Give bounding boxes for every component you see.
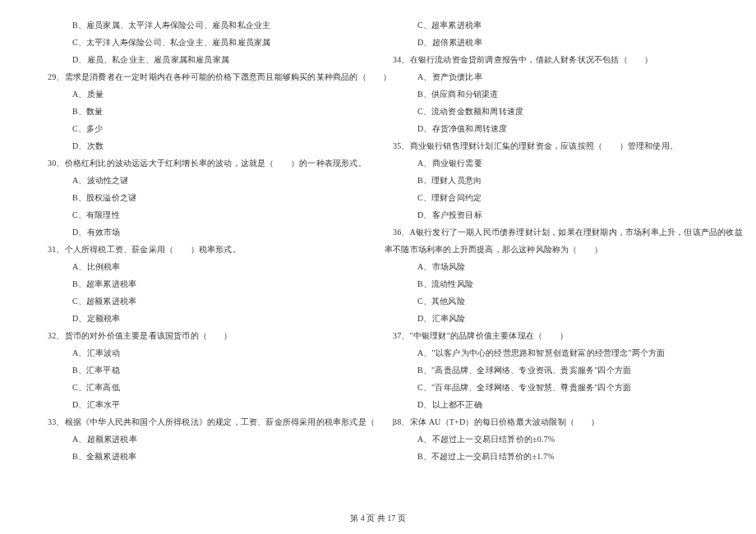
option-text: B、不超过上一交易日结算价的±1.7% xyxy=(385,448,717,465)
exam-page: B、雇员家属、太平洋人寿保险公司、雇员和私企业主 C、太平洋人寿保险公司、私企业… xyxy=(0,0,756,493)
option-text: C、"百年品牌、全球网络、专业智慧、尊贵服务"四个方面 xyxy=(385,379,717,396)
option-text: C、超率累进税率 xyxy=(385,16,717,34)
option-text: C、汇率高低 xyxy=(39,379,371,396)
option-text: D、超倍累进税率 xyxy=(385,34,717,51)
option-text: D、汇率水平 xyxy=(39,396,371,413)
question-33: 33、根据《中华人民共和国个人所得税法》的规定，工资、薪金所得采用的税率形式是（… xyxy=(39,413,371,430)
option-text: A、超额累进税率 xyxy=(39,430,371,448)
question-29: 29、需求是消费者在一定时期内在各种可能的价格下愿意而且能够购买的某种商品的（ … xyxy=(39,68,371,85)
option-text: A、市场风险 xyxy=(385,258,717,275)
option-text: B、理财人员意向 xyxy=(385,172,717,189)
option-text: D、有效市场 xyxy=(39,223,371,241)
question-36-cont: 率不随市场利率的上升而提高，那么这种风险称为（ ） xyxy=(385,241,717,258)
option-text: C、超额累进税率 xyxy=(39,292,371,310)
option-text: A、不超过上一交易日结算价的±0.7% xyxy=(385,430,717,448)
option-text: D、以上都不正确 xyxy=(385,396,717,413)
option-text: A、"以客户为中心的经营思路和智慧创造财富的经营理念"两个方面 xyxy=(385,344,717,361)
question-34: 34、在银行流动资金贷前调查报告中，借款人财务状况不包括（ ） xyxy=(385,51,717,68)
option-text: C、流动资金数额和周转速度 xyxy=(385,103,717,120)
left-column: B、雇员家属、太平洋人寿保险公司、雇员和私企业主 C、太平洋人寿保险公司、私企业… xyxy=(33,16,378,493)
question-38: 38、宋体 AU（T+D）的每日价格最大波动限制（ ） xyxy=(385,413,717,430)
option-text: A、比例税率 xyxy=(39,258,371,275)
question-30: 30、价格红利比的波动远远大于红利增长率的波动，这就是（ ）的一种表现形式。 xyxy=(39,154,371,172)
option-text: A、资产负债比率 xyxy=(385,68,717,85)
question-31: 31、个人所得税工资、薪金采用（ ）税率形式。 xyxy=(39,241,371,258)
option-text: D、汇率风险 xyxy=(385,310,717,327)
option-text: B、数量 xyxy=(39,103,371,120)
option-text: B、股权溢价之谜 xyxy=(39,189,371,206)
option-text: B、超率累进税率 xyxy=(39,275,371,292)
page-footer: 第 4 页 共 17 页 xyxy=(0,513,756,524)
option-text: C、其他风险 xyxy=(385,292,717,310)
option-text: B、雇员家属、太平洋人寿保险公司、雇员和私企业主 xyxy=(39,16,371,34)
question-32: 32、货币的对外价值主要是看该国货币的（ ） xyxy=(39,327,371,344)
option-text: D、存货净值和周转速度 xyxy=(385,120,717,137)
question-35: 35、商业银行销售理财计划汇集的理财资金，应该按照（ ）管理和使用。 xyxy=(385,137,717,154)
option-text: C、理财合同约定 xyxy=(385,189,717,206)
option-text: A、质量 xyxy=(39,85,371,103)
option-text: C、多少 xyxy=(39,120,371,137)
option-text: D、定额税率 xyxy=(39,310,371,327)
option-text: A、商业银行需要 xyxy=(385,154,717,172)
option-text: B、"高贵品牌、全球网络、专业资讯、贵宾服务"四个方面 xyxy=(385,361,717,379)
option-text: C、太平洋人寿保险公司、私企业主、雇员和雇员家属 xyxy=(39,34,371,51)
option-text: B、流动性风险 xyxy=(385,275,717,292)
option-text: C、有限理性 xyxy=(39,206,371,223)
option-text: D、客户投资目标 xyxy=(385,206,717,223)
option-text: B、全额累进税率 xyxy=(39,448,371,465)
right-column: C、超率累进税率 D、超倍累进税率 34、在银行流动资金贷前调查报告中，借款人财… xyxy=(378,16,723,493)
question-37: 37、"中银理财"的品牌价值主要体现在（ ） xyxy=(385,327,717,344)
question-36: 36、A银行发行了一期人民币债券理财计划，如果在理财期内，市场利率上升，但该产品… xyxy=(385,223,717,241)
option-text: D、次数 xyxy=(39,137,371,154)
option-text: B、供应商和分销渠道 xyxy=(385,85,717,103)
option-text: A、波动性之谜 xyxy=(39,172,371,189)
option-text: A、汇率波动 xyxy=(39,344,371,361)
option-text: D、雇员、私企业主、雇员家属和雇员家属 xyxy=(39,51,371,68)
option-text: B、汇率平稳 xyxy=(39,361,371,379)
